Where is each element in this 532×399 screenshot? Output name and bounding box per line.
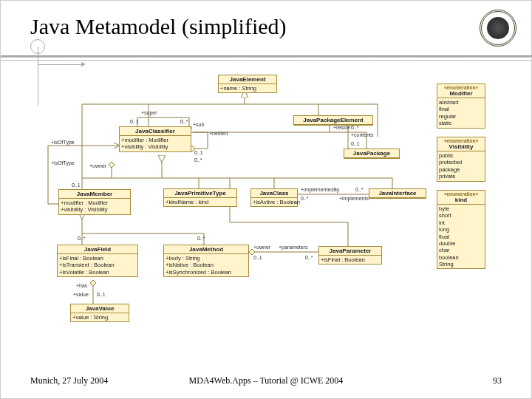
enum-kind: «enumeration»kind byte short int long fl… (437, 190, 485, 269)
class-JavaPackage: JavaPackage (344, 149, 400, 159)
role-contents: +contents (351, 132, 374, 137)
role-implements: +implements (339, 196, 369, 201)
class-JavaValue: JavaValue +value : String (70, 304, 129, 322)
role-super: +super (141, 110, 157, 115)
enum-Visibility: «enumeration»Visibility public protected… (437, 137, 485, 182)
class-title: JavaPackage (344, 149, 399, 158)
class-attrs: +isFinal : Boolean (319, 256, 381, 264)
university-seal (480, 10, 516, 47)
role-sub: +sub (193, 122, 204, 127)
class-attrs: +modifier : Modifier +visibility : Visib… (59, 199, 130, 214)
class-JavaClassifier: JavaClassifier +modifier : Modifier +vis… (119, 126, 191, 152)
title-rule-thin (1, 60, 532, 61)
slide-title: Java Metamodel (simplified) (30, 14, 287, 39)
class-title: JavaClassifier (120, 127, 191, 136)
role-has: +has (76, 283, 87, 288)
mult-0-star: 0..* (78, 236, 86, 241)
class-attrs: +isFinal : Boolean +isTransient : Boolea… (58, 254, 137, 276)
class-JavaPrimitiveType: JavaPrimitiveType +kindName : kind (163, 188, 237, 207)
class-title: JavaInterface (369, 189, 426, 198)
mult-0-1: 0..1 (72, 183, 81, 188)
class-attrs: +value : String (71, 313, 129, 321)
role-value: +value (73, 292, 89, 297)
class-title: JavaPrimitiveType (164, 189, 236, 198)
class-attrs: +isActive : Boolean (251, 198, 297, 206)
footer-title: MDA4Web.Apps – Tutorial @ ICWE 2004 (1, 375, 531, 386)
role-nested: +nested (209, 131, 228, 136)
enum-lits: public protected package private (437, 151, 485, 181)
mult-0-star: 0..* (355, 187, 364, 192)
class-JavaMember: JavaMember +modifier : Modifier +visibil… (58, 189, 131, 215)
enum-lits: byte short int long float double char bo… (437, 205, 485, 268)
mult-0-star: 0..* (351, 125, 359, 130)
class-title: JavaClass (251, 189, 297, 198)
role-isOfType: +isOfType (51, 140, 75, 145)
mult-0-1: 0..1 (130, 119, 139, 124)
mult-0-1: 0..1 (253, 255, 262, 260)
mult-0-star: 0..* (305, 255, 313, 260)
class-attrs: +kindName : kind (164, 198, 236, 206)
class-attrs: +modifier : Modifier +visibility : Visib… (120, 136, 191, 151)
mult-0-1: 0..1 (351, 141, 360, 146)
class-JavaField: JavaField +isFinal : Boolean +isTransien… (57, 245, 138, 277)
mult-0-1: 0..1 (97, 292, 106, 297)
class-JavaElement: JavaElement +name : String (218, 75, 277, 93)
mult-0-star: 0..* (301, 196, 309, 201)
title-rule (1, 55, 532, 58)
class-title: JavaMember (59, 190, 130, 199)
class-JavaInterface: JavaInterface (369, 188, 426, 199)
class-title: JavaValue (71, 304, 129, 313)
decor-arrow (38, 64, 82, 65)
class-JavaPackageElement: JavaPackageElement (293, 115, 373, 126)
role-owner: +owner (89, 163, 106, 168)
class-JavaParameter: JavaParameter +isFinal : Boolean (318, 246, 382, 265)
enum-Modifier: «enumeration»Modifier abstract final reg… (437, 83, 485, 129)
enum-head: «enumeration»Modifier (437, 84, 485, 98)
role-owner: +owner (253, 245, 270, 250)
role-reside: +reside (333, 125, 350, 130)
mult-0-star: 0..* (194, 157, 202, 163)
mult-0-star: 0..* (197, 236, 205, 241)
class-JavaMethod: JavaMethod +body : String +isNative : Bo… (163, 245, 249, 277)
class-title: JavaMethod (164, 245, 248, 254)
class-attrs: +body : String +isNative : Boolean +isSy… (164, 254, 248, 276)
class-title: JavaField (58, 245, 137, 254)
mult-0-star: 0..* (180, 119, 188, 124)
uml-diagram: JavaElement +name : String JavaPackageEl… (38, 75, 511, 363)
class-title: JavaPackageElement (294, 116, 372, 125)
class-title: JavaElement (219, 75, 276, 84)
mult-0-1: 0..1 (194, 150, 203, 155)
role-isOfType: +isOfType (51, 160, 75, 166)
role-implementedBy: +implementedBy (301, 187, 339, 192)
enum-head: «enumeration»kind (437, 191, 485, 205)
page-number: 93 (493, 375, 502, 386)
class-JavaClass: JavaClass +isActive : Boolean (250, 188, 298, 207)
class-title: JavaParameter (319, 247, 381, 256)
enum-lits: abstract final regular static (437, 98, 485, 128)
role-parameters: +parameters (279, 245, 308, 250)
class-attrs: +name : String (219, 84, 276, 92)
enum-head: «enumeration»Visibility (437, 137, 485, 151)
